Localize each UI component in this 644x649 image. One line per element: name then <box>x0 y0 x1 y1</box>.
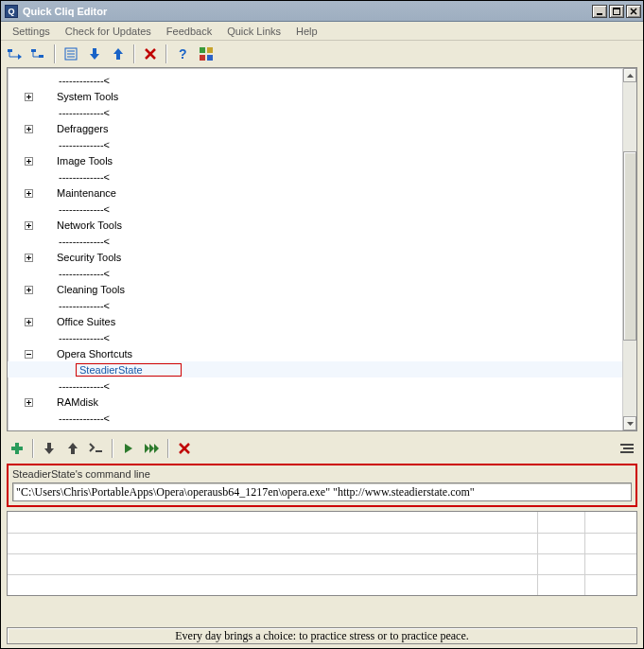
item-label: SteadierState <box>76 363 182 377</box>
list-icon[interactable] <box>61 44 81 64</box>
svg-marker-29 <box>627 422 634 426</box>
scroll-thumb[interactable] <box>623 151 636 341</box>
menu-updates[interactable]: Check for Updates <box>58 24 159 39</box>
svg-rect-20 <box>116 54 120 60</box>
minimize-button[interactable] <box>592 5 607 18</box>
svg-rect-30 <box>15 443 19 454</box>
tree-collapse-icon[interactable] <box>5 44 26 64</box>
tree-folder[interactable]: Office Suites <box>8 313 622 329</box>
align-icon[interactable] <box>617 438 637 459</box>
tree-separator[interactable]: -------------< <box>8 377 622 394</box>
prompt-icon[interactable] <box>86 438 107 459</box>
tree-separator[interactable]: -------------< <box>8 168 622 184</box>
tree-folder[interactable]: Security Tools <box>8 249 622 265</box>
expand-toggle-icon[interactable] <box>25 125 33 133</box>
expand-toggle-icon[interactable] <box>25 157 33 166</box>
command-line-panel: SteadierState's command line <box>7 464 637 507</box>
separator-label: -------------< <box>58 412 111 424</box>
help-icon[interactable]: ? <box>172 44 193 64</box>
tree-separator[interactable]: -------------< <box>8 265 622 281</box>
svg-rect-1 <box>614 8 620 14</box>
properties-grid[interactable] <box>7 511 637 596</box>
separator-label: -------------< <box>58 139 111 150</box>
tree-separator[interactable]: -------------< <box>8 233 622 249</box>
tree-separator[interactable]: -------------< <box>8 297 622 313</box>
tree-folder[interactable]: Image Tools <box>8 152 622 168</box>
folder-label: Defraggers <box>56 123 109 134</box>
separator-icon <box>167 439 169 458</box>
expand-toggle-icon[interactable] <box>25 318 33 326</box>
status-text: Every day brings a choice: to practice s… <box>175 629 469 643</box>
svg-rect-25 <box>207 47 213 53</box>
menu-feedback[interactable]: Feedback <box>159 24 219 39</box>
arrow-down-icon[interactable] <box>39 438 60 459</box>
play-icon[interactable] <box>118 438 139 459</box>
plus-icon[interactable] <box>7 438 27 459</box>
tree-separator[interactable]: -------------< <box>8 104 622 120</box>
expand-toggle-icon[interactable] <box>25 254 33 262</box>
svg-rect-2 <box>613 8 620 9</box>
folder-label: Office Suites <box>56 316 116 327</box>
svg-text:?: ? <box>179 47 187 61</box>
separator-label: -------------< <box>58 300 111 311</box>
folder-label: Opera Shortcuts <box>56 348 133 360</box>
tree-folder[interactable]: RAMdisk <box>8 394 622 410</box>
close-button[interactable] <box>626 5 641 18</box>
svg-rect-13 <box>65 48 77 60</box>
menu-settings[interactable]: Settings <box>5 24 58 39</box>
delete-x-icon[interactable] <box>140 44 161 64</box>
main-toolbar: ? <box>1 41 643 67</box>
title-bar: Q Quick Cliq Editor <box>1 1 643 22</box>
expand-toggle-icon[interactable] <box>25 189 33 198</box>
svg-rect-32 <box>47 443 51 448</box>
menu-help[interactable]: Help <box>288 24 325 39</box>
svg-line-21 <box>146 49 155 59</box>
arrow-down-blue-icon[interactable] <box>84 44 105 64</box>
fast-forward-icon[interactable] <box>142 438 163 459</box>
scroll-up-button[interactable] <box>623 68 636 82</box>
svg-rect-5 <box>8 49 12 52</box>
tree-separator[interactable]: -------------< <box>8 410 622 426</box>
svg-line-42 <box>180 444 189 453</box>
tree-item-selected[interactable]: SteadierState <box>8 361 622 377</box>
tree-folder[interactable]: Cleaning Tools <box>8 281 622 297</box>
tree-separator[interactable]: -------------< <box>8 329 622 345</box>
folder-label: System Tools <box>56 91 119 102</box>
tree-separator[interactable]: -------------< <box>8 201 622 217</box>
svg-line-3 <box>631 9 636 14</box>
separator-label: -------------< <box>58 268 111 279</box>
command-line-label: SteadierState's command line <box>12 468 632 482</box>
command-line-input[interactable] <box>12 482 632 501</box>
expand-toggle-icon[interactable] <box>25 350 33 359</box>
tree-separator[interactable]: -------------< <box>8 72 622 88</box>
scroll-down-button[interactable] <box>623 416 636 430</box>
expand-toggle-icon[interactable] <box>25 221 33 230</box>
tree-folder[interactable]: System Tools <box>8 88 622 104</box>
separator-icon <box>112 439 113 458</box>
arrow-up-blue-icon[interactable] <box>108 44 129 64</box>
tree-folder[interactable]: Maintenance <box>8 184 622 201</box>
maximize-button[interactable] <box>609 5 624 18</box>
svg-marker-39 <box>149 444 154 453</box>
svg-marker-37 <box>125 444 132 453</box>
vertical-scrollbar[interactable] <box>622 68 636 430</box>
tree-folder[interactable]: Defraggers <box>8 120 622 136</box>
tree-folder[interactable]: Network Tools <box>8 217 622 233</box>
arrow-up-icon[interactable] <box>62 438 83 459</box>
tree-folder[interactable]: Opera Shortcuts <box>8 345 622 361</box>
tree-separator[interactable]: -------------< <box>8 136 622 152</box>
separator-label: -------------< <box>58 332 111 343</box>
folder-label: Image Tools <box>56 155 113 167</box>
folder-label: Network Tools <box>56 219 123 231</box>
svg-rect-17 <box>93 48 96 54</box>
expand-toggle-icon[interactable] <box>25 93 33 101</box>
expand-toggle-icon[interactable] <box>25 398 33 407</box>
apps-icon[interactable] <box>196 44 217 64</box>
tree-view[interactable]: -------------<System Tools-------------<… <box>7 67 637 431</box>
tree-expand-icon[interactable] <box>28 44 49 64</box>
delete-x-icon[interactable] <box>174 438 195 459</box>
menu-quicklinks[interactable]: Quick Links <box>219 24 288 39</box>
separator-label: -------------< <box>58 171 111 183</box>
expand-toggle-icon[interactable] <box>25 286 33 294</box>
folder-label: Cleaning Tools <box>56 284 126 295</box>
